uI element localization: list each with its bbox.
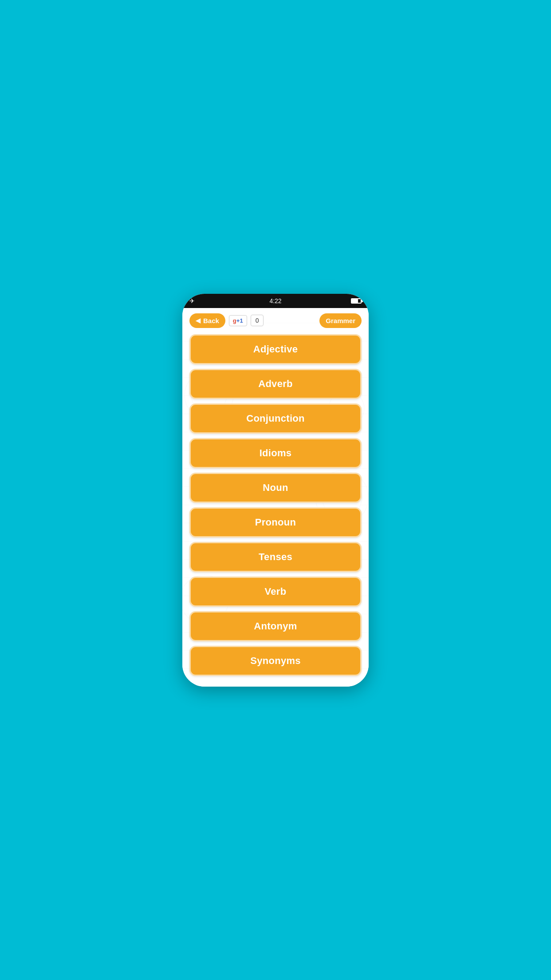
menu-button-adverb[interactable]: Adverb [189, 369, 362, 399]
grammer-button-label: Grammer [326, 317, 355, 324]
count-box: 0 [251, 315, 264, 326]
back-button-label: Back [203, 317, 219, 324]
gplus-box[interactable]: g+1 [229, 315, 247, 326]
menu-button-antonym[interactable]: Antonym [189, 611, 362, 641]
menu-button-verb[interactable]: Verb [189, 577, 362, 607]
gplus-text: g+1 [233, 317, 243, 324]
battery-icon [351, 298, 362, 304]
menu-button-adjective[interactable]: Adjective [189, 334, 362, 364]
menu-button-noun[interactable]: Noun [189, 473, 362, 503]
top-bar: ◀ Back g+1 0 Grammer [189, 313, 362, 328]
phone-content: ◀ Back g+1 0 Grammer AdjectiveAdverbConj… [182, 308, 369, 687]
status-bar-right [351, 298, 362, 304]
count-value: 0 [256, 317, 259, 324]
menu-button-synonyms[interactable]: Synonyms [189, 646, 362, 676]
back-arrow-icon: ◀ [196, 317, 201, 324]
menu-button-idioms[interactable]: Idioms [189, 438, 362, 468]
status-bar: ✈ 4:22 [182, 294, 369, 308]
status-bar-left: ✈ [189, 297, 195, 304]
menu-button-tenses[interactable]: Tenses [189, 542, 362, 572]
back-button[interactable]: ◀ Back [189, 313, 225, 328]
status-time: 4:22 [269, 297, 281, 304]
grammer-button[interactable]: Grammer [319, 313, 362, 328]
battery-fill [352, 299, 358, 303]
phone-frame: ✈ 4:22 ◀ Back [182, 294, 369, 687]
menu-button-pronoun[interactable]: Pronoun [189, 507, 362, 537]
airplane-icon: ✈ [189, 297, 195, 304]
menu-button-conjunction[interactable]: Conjunction [189, 403, 362, 434]
menu-list: AdjectiveAdverbConjunctionIdiomsNounPron… [189, 334, 362, 676]
